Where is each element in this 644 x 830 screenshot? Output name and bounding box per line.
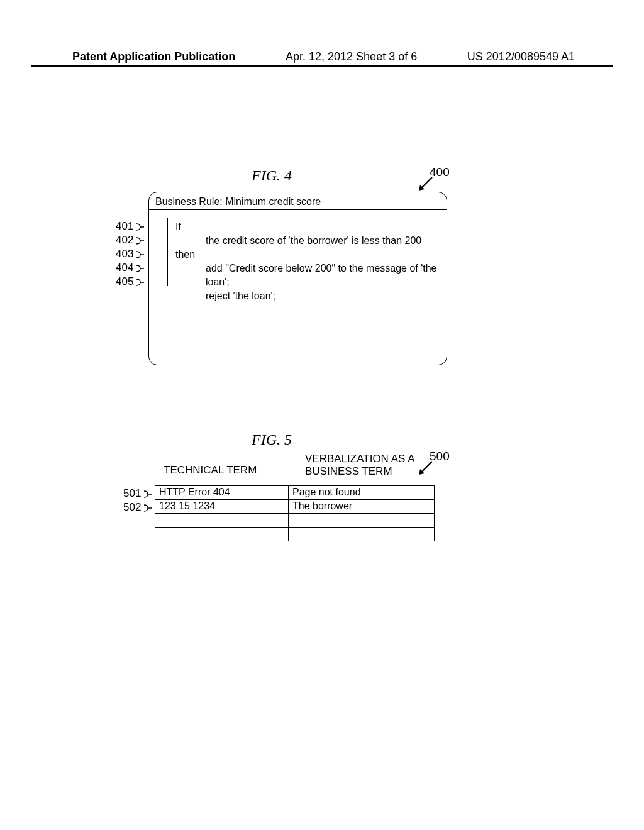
header-divider	[31, 65, 613, 67]
rule-line-then: then	[175, 248, 440, 262]
cell-technical: 123 15 1234	[155, 500, 289, 514]
header-technical-term: TECHNICAL TERM	[164, 453, 305, 478]
rule-line-if: If	[175, 220, 440, 234]
rule-line-condition: the credit score of 'the borrower' is le…	[175, 234, 440, 248]
figure-4-title: FIG. 4	[252, 167, 292, 184]
cell-verbalization	[289, 514, 435, 528]
figure-5-table: HTTP Error 404 Page not found 123 15 123…	[155, 485, 435, 541]
cell-verbalization: Page not found	[289, 486, 435, 500]
rule-line-action-2: reject 'the loan';	[175, 289, 440, 303]
brace-icon	[135, 264, 145, 273]
cell-verbalization	[289, 528, 435, 541]
row-callout: 404	[116, 261, 145, 275]
table-row	[155, 514, 435, 528]
figure-4-rule-box: Business Rule: Minimum credit score If t…	[148, 192, 447, 365]
rule-line-action-1: add "Credit score below 200" to the mess…	[175, 262, 440, 289]
row-callout: 401	[116, 219, 145, 233]
header-verbalization: VERBALIZATION AS A BUSINESS TERM	[305, 453, 447, 478]
table-row: 123 15 1234 The borrower	[155, 500, 435, 514]
callout-arrow-icon	[417, 176, 433, 192]
header-left: Patent Application Publication	[72, 50, 235, 64]
figure-5-row-callouts: 501 502	[123, 487, 153, 514]
row-callout: 501	[123, 487, 153, 501]
cell-technical	[155, 528, 289, 541]
brace-icon	[143, 490, 153, 499]
row-callout: 403	[116, 247, 145, 261]
brace-icon	[135, 250, 145, 259]
svg-line-0	[421, 177, 432, 189]
rule-vertical-line	[167, 218, 168, 286]
figure-5-column-headers: TECHNICAL TERM VERBALIZATION AS A BUSINE…	[164, 453, 447, 478]
figure-4-row-callouts: 401 402 403 404 405	[116, 219, 145, 289]
row-callout: 405	[116, 275, 145, 289]
brace-icon	[135, 278, 145, 287]
table-row	[155, 528, 435, 541]
row-callout: 502	[123, 501, 153, 514]
cell-verbalization: The borrower	[289, 500, 435, 514]
rule-content: If the credit score of 'the borrower' is…	[175, 220, 440, 303]
figure-5-title: FIG. 5	[252, 431, 292, 448]
header-center: Apr. 12, 2012 Sheet 3 of 6	[286, 50, 417, 64]
cell-technical: HTTP Error 404	[155, 486, 289, 500]
page-header: Patent Application Publication Apr. 12, …	[0, 50, 644, 64]
brace-icon	[135, 236, 145, 245]
table-row: HTTP Error 404 Page not found	[155, 486, 435, 500]
row-callout: 402	[116, 233, 145, 247]
brace-icon	[143, 504, 153, 512]
header-right: US 2012/0089549 A1	[467, 50, 575, 64]
brace-icon	[135, 223, 145, 231]
business-rule-title: Business Rule: Minimum credit score	[155, 196, 321, 208]
cell-technical	[155, 514, 289, 528]
rule-box-divider	[149, 209, 447, 210]
